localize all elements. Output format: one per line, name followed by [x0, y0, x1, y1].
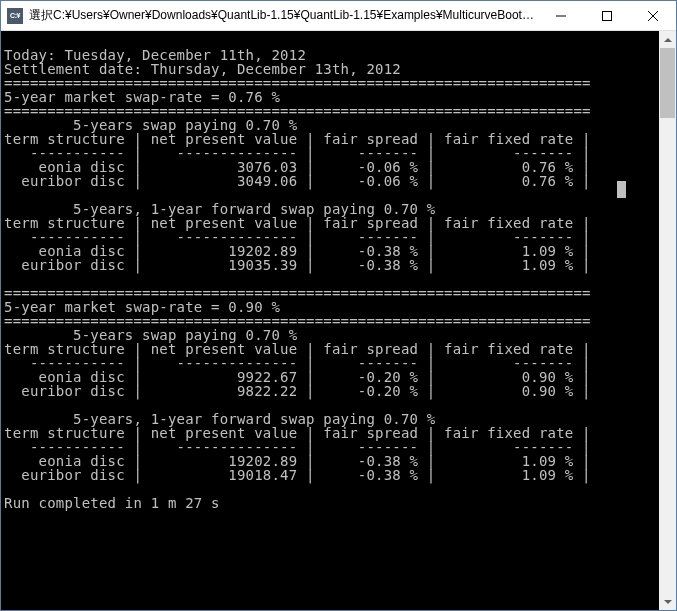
svg-marker-4: [664, 38, 672, 42]
scrollbar-thumb[interactable]: [660, 48, 675, 118]
console-output[interactable]: Today: Tuesday, December 11th, 2012 Sett…: [1, 31, 659, 610]
scroll-down-button[interactable]: [659, 593, 676, 610]
text-cursor: [617, 181, 626, 198]
svg-marker-5: [664, 600, 672, 604]
minimize-icon: [556, 11, 566, 21]
row-2b: euribor disc | 19035.39 | -0.38 % | 1.09…: [4, 257, 591, 273]
maximize-button[interactable]: [584, 1, 630, 31]
scroll-up-button[interactable]: [659, 31, 676, 48]
minimize-button[interactable]: [538, 1, 584, 31]
run-completed: Run completed in 1 m 27 s: [4, 495, 220, 511]
close-button[interactable]: [630, 1, 676, 31]
svg-rect-1: [603, 11, 612, 20]
row-4b: euribor disc | 19018.47 | -0.38 % | 1.09…: [4, 467, 591, 483]
window-frame: C:¥ 選択C:¥Users¥Owner¥Downloads¥QuantLib-…: [0, 0, 677, 611]
close-icon: [648, 11, 658, 21]
chevron-down-icon: [664, 600, 672, 604]
vertical-scrollbar[interactable]: [659, 31, 676, 610]
window-controls: [538, 1, 676, 31]
scrollbar-track[interactable]: [659, 48, 676, 593]
titlebar[interactable]: C:¥ 選択C:¥Users¥Owner¥Downloads¥QuantLib-…: [1, 1, 676, 31]
row-1b: euribor disc | 3049.06 | -0.06 % | 0.76 …: [4, 173, 591, 189]
row-3b: euribor disc | 9822.22 | -0.20 % | 0.90 …: [4, 383, 591, 399]
chevron-up-icon: [664, 38, 672, 42]
window-title: 選択C:¥Users¥Owner¥Downloads¥QuantLib-1.15…: [29, 7, 538, 24]
maximize-icon: [602, 11, 612, 21]
app-icon: C:¥: [7, 8, 23, 24]
console-area: Today: Tuesday, December 11th, 2012 Sett…: [1, 31, 676, 610]
